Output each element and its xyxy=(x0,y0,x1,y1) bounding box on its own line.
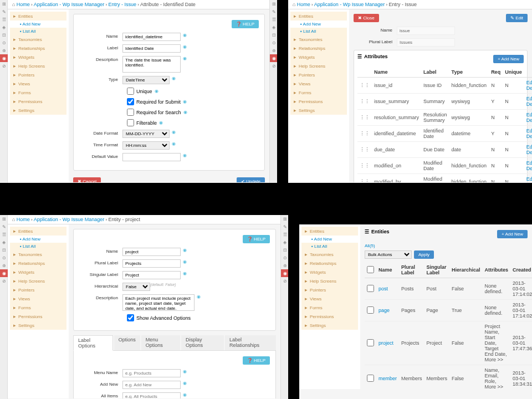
entity-link[interactable]: page xyxy=(378,308,390,313)
crumb[interactable]: Home xyxy=(17,217,30,222)
icon-item[interactable]: ☰ xyxy=(270,16,277,23)
delete-link[interactable]: Delete xyxy=(526,182,532,182)
help-icon[interactable]: ◉ xyxy=(183,44,187,49)
sidebar-group[interactable]: ▸ Pointers xyxy=(10,285,66,294)
unique-checkbox[interactable] xyxy=(127,88,134,95)
sidebar-item[interactable]: ▪ List All xyxy=(10,28,66,35)
drag-icon[interactable]: ⋮⋮ xyxy=(357,78,372,94)
sidebar-group[interactable]: ▸ Help Screens xyxy=(290,62,347,70)
sidebar-item[interactable]: ▪ List All xyxy=(290,28,347,35)
sidebar-group[interactable]: ▸ Settings xyxy=(10,106,66,115)
drag-icon[interactable]: ⋮⋮ xyxy=(357,126,372,142)
sidebar-group[interactable]: ▸ Widgets xyxy=(10,53,66,62)
icon-item[interactable]: ⊙ xyxy=(281,254,288,262)
help-icon[interactable]: ◉ xyxy=(183,369,187,374)
crumb[interactable]: Application - Wp Issue Manager xyxy=(314,2,385,7)
sidebar-group[interactable]: ▸ Entities xyxy=(10,227,66,236)
edit-link[interactable]: Edit xyxy=(526,176,532,182)
tab[interactable]: Label Relationships xyxy=(225,335,276,350)
sidebar-group[interactable]: ▸ Relationships xyxy=(10,44,66,53)
sidebar-item[interactable]: ▪ Add New xyxy=(290,21,347,28)
tab[interactable]: Display Options xyxy=(181,335,224,350)
help-button[interactable]: ❓ HELP xyxy=(243,356,270,365)
edit-link[interactable]: Edit xyxy=(526,112,532,117)
crumb[interactable]: Application - Wp Issue Manager xyxy=(34,217,105,222)
sidebar-group[interactable]: ▸ Widgets xyxy=(10,268,66,277)
help-icon[interactable]: ◉ xyxy=(172,141,176,146)
help-icon[interactable]: ◉ xyxy=(183,153,187,158)
icon-item[interactable]: ✎ xyxy=(0,8,8,16)
icon-item[interactable]: ⊕ xyxy=(0,47,8,54)
tab[interactable]: Options xyxy=(114,335,140,350)
drag-icon[interactable]: ⋮⋮ xyxy=(357,174,372,183)
sidebar-group[interactable]: ▸ Views xyxy=(290,79,347,88)
sidebar-group[interactable]: ▸ Relationships xyxy=(10,259,66,268)
help-button[interactable]: ❓ HELP xyxy=(232,20,259,28)
close-button[interactable]: ✖ Close xyxy=(354,14,379,22)
sidebar-group[interactable]: ▸ Entities xyxy=(10,12,66,21)
crumb[interactable]: Home xyxy=(297,2,310,7)
sidebar-group[interactable]: ▸ Settings xyxy=(10,321,66,330)
icon-item[interactable]: ⊞ xyxy=(0,215,8,223)
sidebar-item[interactable]: ▪ List All xyxy=(10,243,66,250)
icon-item[interactable]: ◈ xyxy=(0,238,8,246)
icon-item[interactable]: ⊞ xyxy=(270,0,277,8)
add-new-button[interactable]: + Add New xyxy=(493,55,524,63)
drag-icon[interactable]: ⋮⋮ xyxy=(357,110,372,126)
date-fmt-select[interactable]: MM-DD-YYYY xyxy=(122,130,170,138)
singular-input[interactable] xyxy=(122,271,181,279)
default-input[interactable] xyxy=(122,153,181,161)
help-icon[interactable]: ◉ xyxy=(183,33,187,38)
help-icon[interactable]: ◉ xyxy=(183,248,187,253)
sidebar-group[interactable]: ▸ Forms xyxy=(290,88,347,97)
plural-input[interactable] xyxy=(122,259,181,268)
filterable-checkbox[interactable] xyxy=(127,119,134,126)
icon-item[interactable]: ⊡ xyxy=(0,246,8,254)
sidebar-group[interactable]: ▸ Relationships xyxy=(301,259,358,268)
entity-link[interactable]: member xyxy=(378,376,397,381)
label-input[interactable] xyxy=(122,44,181,53)
icon-item-active[interactable]: ◉ xyxy=(270,54,277,62)
time-fmt-select[interactable]: HH:mm:ss xyxy=(122,141,170,150)
icon-item[interactable]: ⊕ xyxy=(281,262,288,269)
sidebar-group[interactable]: ▸ Relationships xyxy=(290,44,347,53)
icon-item[interactable]: ✎ xyxy=(270,8,277,16)
icon-item[interactable]: ⊘ xyxy=(270,62,277,70)
sidebar-group[interactable]: ▸ Permissions xyxy=(10,97,66,106)
all-items-input[interactable] xyxy=(122,392,181,398)
sidebar-group[interactable]: ▸ Taxonomies xyxy=(301,250,358,259)
icon-item[interactable]: ✎ xyxy=(281,223,288,231)
sidebar-group[interactable]: ▸ Entities xyxy=(290,12,347,21)
bulk-select[interactable]: Bulk Actions xyxy=(365,250,412,259)
tab[interactable]: Menu Options xyxy=(141,335,180,350)
desc-input[interactable]: The date the issue was identified. xyxy=(122,56,181,73)
row-checkbox[interactable] xyxy=(367,339,374,346)
icon-item[interactable]: ☰ xyxy=(281,231,288,238)
menu-name-input[interactable] xyxy=(122,369,181,377)
sidebar-group[interactable]: ▸ Taxonomies xyxy=(10,250,66,259)
sidebar-group[interactable]: ▸ Help Screens xyxy=(10,62,66,70)
row-checkbox[interactable] xyxy=(367,285,374,292)
edit-link[interactable]: Edit xyxy=(526,96,532,101)
icon-item-active[interactable]: ◉ xyxy=(281,269,288,277)
delete-link[interactable]: Delete xyxy=(526,150,532,155)
sidebar-item[interactable]: ▪ Add New xyxy=(10,236,66,243)
row-checkbox[interactable] xyxy=(367,375,374,382)
icon-item[interactable]: ⊞ xyxy=(0,0,8,8)
help-icon[interactable]: ◉ xyxy=(183,259,187,264)
sidebar-group[interactable]: ▸ Pointers xyxy=(10,70,66,79)
sidebar-group[interactable]: ▸ Forms xyxy=(301,303,358,312)
sidebar-group[interactable]: ▸ Views xyxy=(10,294,66,303)
edit-link[interactable]: Edit xyxy=(526,128,532,134)
sidebar-group[interactable]: ▸ Taxonomies xyxy=(290,35,347,44)
delete-link[interactable]: Delete xyxy=(526,101,532,107)
help-icon[interactable]: ◉ xyxy=(183,381,187,386)
sidebar-group[interactable]: ▸ Settings xyxy=(301,321,358,330)
help-icon[interactable]: ◉ xyxy=(183,110,187,115)
sidebar-group[interactable]: ▸ Settings xyxy=(290,106,347,115)
icon-item[interactable]: ⊕ xyxy=(0,262,8,269)
icon-item[interactable]: ⊙ xyxy=(270,39,277,47)
crumb[interactable]: Entry - Issue xyxy=(108,2,136,7)
icon-item[interactable]: ⊕ xyxy=(270,47,277,54)
row-checkbox[interactable] xyxy=(367,306,374,314)
